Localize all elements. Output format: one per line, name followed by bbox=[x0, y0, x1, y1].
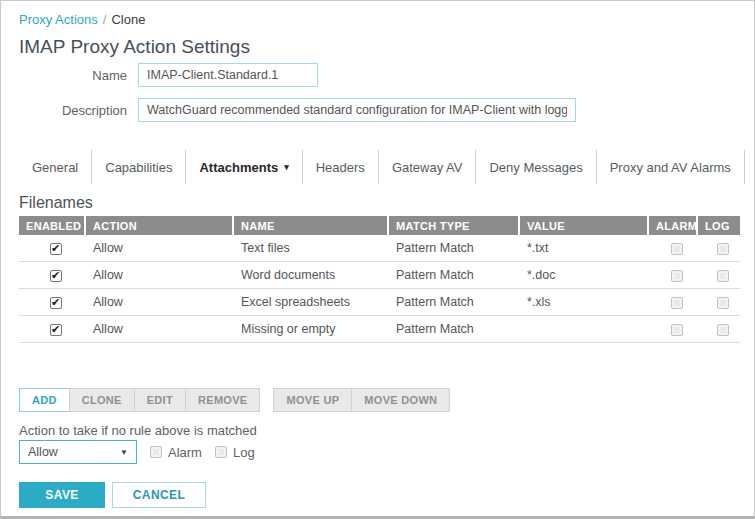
select-caret-icon: ▼ bbox=[120, 448, 128, 457]
action-cell: Allow bbox=[86, 262, 234, 289]
tab-bar: GeneralCapabilitiesAttachments▾HeadersGa… bbox=[19, 150, 738, 184]
breadcrumb: Proxy Actions/Clone bbox=[19, 12, 738, 27]
value-cell: *.txt bbox=[520, 235, 649, 262]
name-cell: Word documents bbox=[234, 262, 389, 289]
log-checkbox[interactable] bbox=[717, 324, 729, 336]
description-label: Description bbox=[19, 103, 138, 118]
tab-label: Headers bbox=[316, 160, 365, 175]
filenames-table-body: AllowText filesPattern Match*.txtAllowWo… bbox=[19, 235, 740, 343]
edit-button[interactable]: EDIT bbox=[134, 388, 186, 412]
breadcrumb-separator: / bbox=[103, 12, 107, 27]
tab-headers[interactable]: Headers bbox=[303, 150, 379, 184]
action-cell: Allow bbox=[86, 235, 234, 262]
tab-label: Proxy and AV Alarms bbox=[610, 160, 731, 175]
log-checkbox[interactable] bbox=[717, 243, 729, 255]
column-header-enabled: ENABLED bbox=[19, 216, 86, 235]
tab-label: Attachments bbox=[199, 160, 278, 175]
enabled-checkbox[interactable] bbox=[50, 243, 62, 255]
tab-proxy-and-av-alarms[interactable]: Proxy and AV Alarms bbox=[597, 150, 745, 184]
move-up-button[interactable]: MOVE UP bbox=[273, 388, 352, 412]
table-header-row: ENABLED ACTION NAME MATCH TYPE VALUE ALA… bbox=[19, 216, 740, 235]
add-button[interactable]: ADD bbox=[19, 388, 70, 412]
move-down-button[interactable]: MOVE DOWN bbox=[351, 388, 450, 412]
tab-capabilities[interactable]: Capabilities bbox=[92, 150, 186, 184]
rule-toolbar: ADD CLONE EDIT REMOVE MOVE UP MOVE DOWN bbox=[19, 388, 738, 412]
name-cell: Text files bbox=[234, 235, 389, 262]
log-checkbox[interactable] bbox=[717, 297, 729, 309]
column-header-log: LOG bbox=[698, 216, 740, 235]
tab-label: Capabilities bbox=[105, 160, 172, 175]
name-label: Name bbox=[19, 68, 138, 83]
description-row: Description bbox=[19, 98, 738, 122]
table-row: AllowExcel spreadsheetsPattern Match*.xl… bbox=[19, 289, 740, 316]
match-type-cell: Pattern Match bbox=[389, 262, 520, 289]
action-cell: Allow bbox=[86, 289, 234, 316]
match-type-cell: Pattern Match bbox=[389, 235, 520, 262]
tab-apt-blocker[interactable]: APT Blocker bbox=[745, 150, 755, 184]
alarm-checkbox[interactable] bbox=[671, 297, 683, 309]
alarm-checkbox[interactable] bbox=[671, 243, 683, 255]
alarm-checkbox[interactable] bbox=[671, 270, 683, 282]
footer-actions: SAVE CANCEL bbox=[19, 482, 738, 508]
value-cell bbox=[520, 316, 649, 343]
default-log-checkbox[interactable] bbox=[215, 446, 227, 458]
log-checkbox[interactable] bbox=[717, 270, 729, 282]
clone-button[interactable]: CLONE bbox=[69, 388, 135, 412]
tab-gateway-av[interactable]: Gateway AV bbox=[379, 150, 477, 184]
default-alarm-checkbox[interactable] bbox=[150, 446, 162, 458]
tab-deny-messages[interactable]: Deny Messages bbox=[476, 150, 596, 184]
name-row: Name bbox=[19, 63, 738, 87]
chevron-down-icon: ▾ bbox=[284, 162, 289, 172]
column-header-value: VALUE bbox=[520, 216, 649, 235]
action-cell: Allow bbox=[86, 316, 234, 343]
default-action-row: Allow ▼ Alarm Log bbox=[19, 440, 738, 464]
default-log-option: Log bbox=[215, 445, 255, 460]
remove-button[interactable]: REMOVE bbox=[185, 388, 260, 412]
table-row: AllowText filesPattern Match*.txt bbox=[19, 235, 740, 262]
main-content: Proxy Actions/Clone IMAP Proxy Action Se… bbox=[1, 1, 754, 508]
value-cell: *.xls bbox=[520, 289, 649, 316]
default-action-label: Action to take if no rule above is match… bbox=[19, 423, 738, 438]
match-type-cell: Pattern Match bbox=[389, 316, 520, 343]
default-alarm-option: Alarm bbox=[150, 445, 202, 460]
table-row: AllowWord documentsPattern Match*.doc bbox=[19, 262, 740, 289]
cancel-button[interactable]: CANCEL bbox=[112, 482, 206, 508]
tab-attachments[interactable]: Attachments▾ bbox=[186, 150, 302, 184]
enabled-checkbox[interactable] bbox=[50, 297, 62, 309]
default-log-label: Log bbox=[233, 445, 255, 460]
name-cell: Missing or empty bbox=[234, 316, 389, 343]
tab-label: Deny Messages bbox=[489, 160, 582, 175]
breadcrumb-link-proxy-actions[interactable]: Proxy Actions bbox=[19, 12, 98, 27]
page-title: IMAP Proxy Action Settings bbox=[19, 36, 738, 58]
default-action-selected-value: Allow bbox=[28, 445, 58, 459]
tab-label: Gateway AV bbox=[392, 160, 463, 175]
column-header-action: ACTION bbox=[86, 216, 234, 235]
default-action-select[interactable]: Allow ▼ bbox=[19, 440, 137, 464]
filenames-table: ENABLED ACTION NAME MATCH TYPE VALUE ALA… bbox=[19, 216, 740, 343]
table-row: AllowMissing or emptyPattern Match bbox=[19, 316, 740, 343]
name-cell: Excel spreadsheets bbox=[234, 289, 389, 316]
tab-label: General bbox=[32, 160, 78, 175]
filenames-heading: Filenames bbox=[19, 194, 738, 212]
column-header-name: NAME bbox=[234, 216, 389, 235]
breadcrumb-current: Clone bbox=[111, 12, 145, 27]
value-cell: *.doc bbox=[520, 262, 649, 289]
column-header-alarm: ALARM bbox=[649, 216, 698, 235]
match-type-cell: Pattern Match bbox=[389, 289, 520, 316]
alarm-checkbox[interactable] bbox=[671, 324, 683, 336]
tab-general[interactable]: General bbox=[19, 150, 92, 184]
save-button[interactable]: SAVE bbox=[19, 482, 105, 508]
enabled-checkbox[interactable] bbox=[50, 270, 62, 282]
description-field[interactable] bbox=[138, 98, 576, 122]
default-alarm-label: Alarm bbox=[168, 445, 202, 460]
toolbar-gap bbox=[260, 388, 274, 412]
enabled-checkbox[interactable] bbox=[50, 324, 62, 336]
name-field[interactable] bbox=[138, 63, 318, 87]
column-header-match-type: MATCH TYPE bbox=[389, 216, 520, 235]
